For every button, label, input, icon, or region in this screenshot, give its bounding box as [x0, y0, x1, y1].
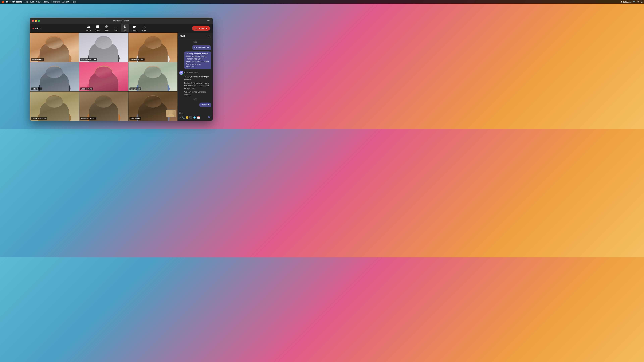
video-cell-ray-tanaka: Ray Tanaka — [128, 91, 178, 121]
people-label: People — [86, 30, 91, 31]
participant-name-kat: Kat Larsson — [130, 87, 142, 90]
svg-point-0 — [45, 36, 64, 50]
msg-bubble-that-would-be-nice: That would be nice — [192, 45, 211, 50]
chat-label: Chat — [96, 30, 100, 31]
video-grid: Serena Davis Charlotte de Crum — [30, 33, 178, 121]
emoji-icon[interactable]: 🙂 — [186, 116, 188, 119]
app-name: Microsoft Teams — [6, 1, 22, 3]
window-more-menu[interactable]: ••• — [207, 19, 211, 22]
chat-more-icon[interactable]: ··· — [205, 34, 208, 37]
participant-name-krystal: Krystal McKinney — [80, 117, 96, 120]
traffic-lights — [32, 20, 40, 22]
apple-icon: 🍎 — [1, 0, 4, 3]
share-icon — [142, 25, 146, 29]
minimize-button[interactable] — [35, 20, 37, 22]
schedule-icon[interactable]: 📅 — [197, 116, 200, 119]
sticker-icon[interactable]: 💠 — [193, 116, 196, 119]
msg-sender-name-kayo: Kayo Miwa — [184, 72, 193, 74]
participant-name-reta: Reta Taylor — [31, 87, 42, 90]
video-cell-charlotte-de-crum: Charlotte de Crum — [79, 33, 128, 62]
participant-name-ray: Ray Tanaka — [130, 117, 141, 120]
msg-sender-time-kayo: 9/22 — [194, 72, 198, 73]
svg-point-4 — [144, 36, 162, 50]
svg-point-2 — [96, 36, 111, 48]
camera-button[interactable]: Camera — [130, 24, 139, 32]
camera-icon — [133, 25, 136, 29]
chat-close-icon[interactable]: ✕ — [208, 34, 211, 37]
leave-button[interactable]: 📞 Leave ▾ — [192, 26, 210, 31]
menu-help[interactable]: Help — [72, 1, 76, 3]
menu-history[interactable]: History — [43, 1, 49, 3]
video-cell-reta-taylor: Reta Taylor — [30, 62, 79, 91]
participant-name-danielle: Danielle Booker — [130, 58, 144, 61]
chat-title: Chat — [180, 35, 205, 37]
mic-button[interactable]: Mic — [121, 24, 129, 32]
status-dot-kayo — [182, 74, 184, 75]
people-button[interactable]: People — [84, 24, 93, 32]
svg-point-8 — [95, 65, 112, 79]
chat-messages: 9/22 That would be nice I'm pretty confi… — [178, 39, 213, 110]
menu-favorites[interactable]: Favorites — [52, 1, 60, 3]
svg-point-16 — [144, 95, 161, 108]
video-cell-serena-davis: Serena Davis — [30, 33, 79, 62]
participant-name-charlotte: Charlotte de Crum — [80, 58, 97, 61]
msg-block-kayo-miwa: KM Kayo Miwa 9/22 Thank you for always b… — [179, 71, 211, 96]
menu-window[interactable]: Window — [62, 1, 69, 3]
svg-point-6 — [46, 66, 62, 78]
maximize-button[interactable] — [38, 20, 40, 22]
recording-indicator — [32, 28, 34, 29]
toolbar: 00:12 People Chat — [30, 24, 213, 33]
toolbar-center: People Chat React ··· — [84, 24, 148, 32]
gif-icon[interactable]: GIF — [190, 116, 192, 119]
react-label: React — [105, 30, 109, 31]
window-title: Marketing Review — [113, 19, 129, 22]
chat-reply-area: A 📎 🙂 GIF 💠 📅 — [178, 110, 213, 121]
menu-file[interactable]: File — [25, 1, 28, 3]
title-bar: Marketing Review ••• — [30, 17, 213, 24]
menu-edit[interactable]: Edit — [30, 1, 34, 3]
chat-header-icons: ··· ✕ — [205, 34, 211, 37]
pip-video — [166, 110, 176, 117]
leave-chevron-icon: ▾ — [205, 27, 208, 30]
video-cell-babak-shammas: Babak Shammas — [30, 91, 79, 121]
chat-panel: Chat ··· ✕ 9/22 That would be nice I'm p… — [178, 33, 213, 121]
chat-button[interactable]: Chat — [94, 24, 102, 32]
msg-text-kayo-3: We haven't had a break in awhile. — [179, 90, 211, 96]
people-icon — [87, 25, 90, 29]
leave-phone-icon: 📞 — [194, 27, 197, 30]
reply-input[interactable] — [179, 112, 211, 115]
msg-text-kayo-1: Thank you for always being so positive! — [179, 75, 211, 81]
toolbar-left: 00:12 — [32, 27, 41, 30]
share-button[interactable]: Share — [140, 24, 148, 32]
msg-bubble-lets-do-it: Let's do it! — [199, 103, 211, 107]
more-button[interactable]: ··· More — [112, 25, 120, 32]
mic-label: Mic — [124, 30, 126, 32]
msg-bubble-confident: I'm pretty confident that this launch wi… — [184, 51, 211, 69]
menu-view[interactable]: View — [36, 1, 40, 3]
react-icon — [105, 25, 108, 29]
chat-header: Chat ··· ✕ — [178, 33, 213, 39]
react-button[interactable]: React — [103, 24, 111, 32]
menu-items: File Edit View History Favorites Window … — [25, 1, 76, 3]
more-icon: ··· — [115, 25, 117, 29]
msg-sender-row-kayo: KM Kayo Miwa 9/22 — [179, 71, 211, 75]
mic-icon — [123, 25, 127, 29]
more-label: More — [114, 29, 118, 31]
video-cell-krystal-mckinney: Krystal McKinney — [79, 91, 128, 121]
attach-icon[interactable]: 📎 — [182, 116, 185, 119]
svg-point-14 — [95, 95, 112, 108]
svg-point-10 — [144, 65, 161, 79]
send-button[interactable] — [208, 116, 211, 119]
svg-point-19 — [167, 114, 174, 117]
svg-point-17 — [136, 109, 170, 121]
close-button[interactable] — [32, 20, 34, 22]
msg-date-1: 9/22 — [179, 41, 211, 43]
share-label: Share — [142, 30, 146, 31]
participant-name-jessica: Jessica Kline — [80, 87, 93, 90]
main-content: Serena Davis Charlotte de Crum — [30, 33, 213, 121]
leave-label: Leave — [198, 27, 204, 30]
camera-label: Camera — [132, 30, 138, 31]
timer-display: 00:12 — [35, 27, 41, 30]
format-text-icon[interactable]: A — [179, 116, 181, 119]
svg-point-7 — [38, 79, 70, 91]
